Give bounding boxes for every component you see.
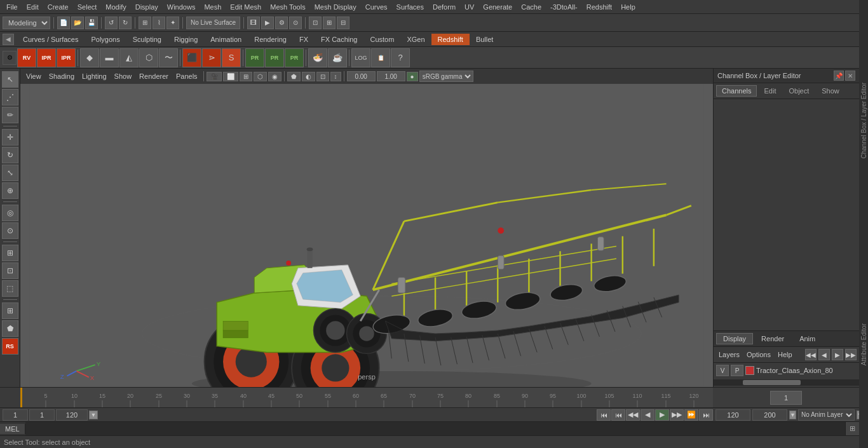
go-end-btn[interactable]: ⏭ [699,409,713,421]
layer-icon-btn2[interactable]: ◀ [818,349,830,360]
go-start-btn[interactable]: ⏮ [597,409,611,421]
channel-tab-object[interactable]: Object [783,85,815,97]
vp-menu-renderer[interactable]: Renderer [136,72,172,81]
channel-close-btn[interactable]: ✕ [845,71,855,81]
lasso-select-btn[interactable]: ⋰ [2,89,18,105]
tab-fx-caching[interactable]: FX Caching [315,34,363,45]
command-input[interactable] [25,422,845,435]
menu-redshift[interactable]: Redshift [583,2,616,12]
shelf-icon-merge[interactable]: ⋗ [202,48,221,67]
tab-xgen[interactable]: XGen [400,34,431,45]
layers-menu-options[interactable]: Options [744,350,773,359]
tab-fx[interactable]: FX [293,34,315,45]
shelf-icon-physical[interactable]: ◭ [119,48,139,67]
menu-modify[interactable]: Modify [102,2,130,12]
menu-help[interactable]: Help [617,2,639,12]
tab-rigging[interactable]: Rigging [168,34,204,45]
snap-together-btn[interactable]: ⊞ [2,302,18,319]
render-view-btn[interactable]: 🎞 [247,17,260,29]
play-back-btn[interactable]: ◀ [641,409,654,421]
menu-curves[interactable]: Curves [362,2,391,12]
channel-tab-edit[interactable]: Edit [758,85,782,97]
marquee-btn[interactable]: ⊡ [2,262,18,279]
attribute-editor-strip-label[interactable]: Attribute Editor [860,321,867,368]
layer-color-swatch[interactable] [745,366,754,375]
shelf-icon-rv[interactable]: RV [17,48,36,67]
menu-edit[interactable]: Edit [23,2,43,12]
menu-surfaces[interactable]: Surfaces [393,2,428,12]
shelf-icon-portal[interactable]: ⬡ [139,48,158,67]
select-tool-btn[interactable]: ↖ [2,71,18,88]
shelf-icon-pr2[interactable]: PR [265,48,284,67]
2d-pan-btn[interactable]: ↕ [330,72,341,81]
vp-menu-lighting[interactable]: Lighting [79,72,110,81]
snap-curve-btn[interactable]: ⌇ [153,17,165,29]
play-fwd-btn[interactable]: ▶ [655,409,669,421]
channel-tab-channels[interactable]: Channels [716,85,757,97]
timeline-ruler[interactable]: 5 10 15 20 25 30 35 40 [20,388,713,407]
camera-value1[interactable] [347,71,376,81]
menu-mesh[interactable]: Mesh [200,2,225,12]
layers-menu-help[interactable]: Help [775,350,795,359]
frame-start-input[interactable] [3,409,28,421]
color-profile-btn[interactable]: ● [407,72,418,81]
vp-menu-view[interactable]: View [23,72,44,81]
menu-uv[interactable]: UV [461,2,478,12]
shelf-icon-s[interactable]: S [222,48,241,67]
dra-tab-display[interactable]: Display [716,333,753,344]
film-btn[interactable]: ⬜ [223,72,238,81]
snap-grid-btn[interactable]: ⊞ [139,17,151,29]
snap-point-btn[interactable]: ✦ [166,17,179,29]
menu-deform[interactable]: Deform [429,2,459,12]
menu-3dtoall[interactable]: -3DtoAll- [546,2,581,12]
menu-display[interactable]: Display [132,2,162,12]
tab-bullet[interactable]: Bullet [470,34,500,45]
tab-animation[interactable]: Animation [204,34,248,45]
layout-btn1[interactable]: ⊡ [309,17,322,29]
tab-custom[interactable]: Custom [364,34,401,45]
menu-generate[interactable]: Generate [479,2,516,12]
mode-selector[interactable]: Modeling [3,17,50,29]
range-end-indicator[interactable]: ▼ [89,411,98,419]
layer-icon-btn1[interactable]: ◀◀ [805,349,817,360]
shelf-icon-pr3[interactable]: PR [285,48,304,67]
tab-curves-surfaces[interactable]: Curves / Surfaces [17,34,85,45]
tab-redshift[interactable]: Redshift [431,34,470,45]
render-region-btn[interactable]: ⊡ [316,72,329,81]
tab-left-scroll[interactable]: ◀ [3,34,14,45]
step-back-btn[interactable]: ◀◀ [626,409,640,421]
menu-mesh-display[interactable]: Mesh Display [311,2,360,12]
playback-start-input[interactable] [715,409,750,421]
layer-playback-btn[interactable]: P [731,365,743,376]
menu-create[interactable]: Create [44,2,72,12]
shelf-icon-bowl[interactable]: 🍜 [308,48,327,67]
dra-tab-render[interactable]: Render [754,333,791,344]
shelf-icon-cube[interactable]: ⬛ [182,48,201,67]
channel-pin-btn[interactable]: 📌 [834,71,844,81]
playback-end-input[interactable] [752,409,787,421]
range-end-input[interactable] [56,409,88,421]
shelf-settings-btn[interactable]: ⚙ [3,51,17,65]
layout-btn2[interactable]: ⊞ [323,17,336,29]
layers-menu-layers[interactable]: Layers [716,350,742,359]
universal-manip-btn[interactable]: ⊕ [2,182,18,199]
shelf-icon-log1[interactable]: LOG [351,48,370,67]
prev-key-btn[interactable]: ⏮ [611,409,625,421]
grid-btn[interactable]: ⊞ [240,72,252,81]
open-scene-btn[interactable]: 📂 [71,17,84,29]
smooth-btn[interactable]: ◉ [268,72,281,81]
shelf-icon-pr1[interactable]: PR [245,48,264,67]
redshift-logo-btn[interactable]: RS [2,338,18,355]
rotate-tool-btn[interactable]: ↻ [2,147,18,163]
menu-file[interactable]: File [3,2,22,12]
shelf-icon-log2[interactable]: 📋 [371,48,390,67]
current-frame-input[interactable] [770,391,802,405]
menu-windows[interactable]: Windows [163,2,200,12]
layer-icon-btn4[interactable]: ▶▶ [845,349,857,360]
next-key-btn[interactable]: ⏩ [684,409,698,421]
move-tool-btn[interactable]: ✛ [2,129,18,146]
tab-polygons[interactable]: Polygons [85,34,126,45]
dra-tab-anim[interactable]: Anim [792,333,822,344]
gamma-selector[interactable]: sRGB gamma [419,71,473,82]
show-manip-btn[interactable]: ⊙ [2,222,18,239]
